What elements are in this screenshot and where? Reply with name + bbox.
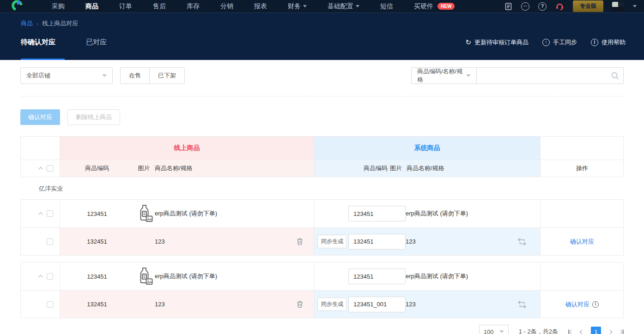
chevron-down-icon — [102, 74, 107, 77]
table-row-main: 123451 erp商品测试 (请勿下单) — [21, 200, 623, 227]
user-menu-chevron-icon[interactable] — [633, 5, 637, 7]
row-checkbox[interactable] — [47, 239, 53, 245]
select-all-checkbox[interactable] — [47, 165, 53, 172]
collapse-chevron-icon[interactable] — [38, 212, 43, 216]
swap-icon[interactable] — [499, 228, 541, 255]
table-row-sub: 132451 123 同步生成 123 — [21, 290, 623, 318]
sync-generate-button[interactable]: 同步生成 — [317, 298, 347, 311]
row-checkbox[interactable] — [47, 210, 53, 217]
active-tab-underline — [21, 59, 65, 60]
update-pending-orders-button[interactable]: ↻ 更新待审核订单商品 — [465, 38, 529, 47]
shop-group-label: 亿沣实业 — [39, 185, 624, 193]
pagination-summary: 1 - 2条，共2条 — [519, 328, 558, 334]
search-box — [477, 67, 624, 84]
nav-item-orders[interactable]: 订单 — [119, 2, 132, 11]
avatar[interactable] — [612, 2, 624, 11]
new-badge: NEW — [437, 3, 455, 10]
page-size-select[interactable]: 100 — [479, 325, 509, 334]
manual-sync-button[interactable]: ↑ 手工同步 — [542, 38, 577, 47]
online-name: erp商品测试 (请勿下单) — [155, 262, 314, 290]
search-icon[interactable] — [611, 72, 619, 80]
breadcrumb-separator: › — [36, 20, 38, 27]
system-code-input[interactable] — [348, 234, 406, 250]
customer-service-icon[interactable] — [555, 2, 564, 10]
pagination: 100 1 - 2条，共2条 1 — [20, 325, 624, 334]
tab-matched[interactable]: 已对应 — [86, 38, 107, 47]
tabs-row: 待确认对应 已对应 ↻ 更新待审核订单商品 ↑ 手工同步 i 使用帮助 — [21, 38, 626, 47]
chevron-down-icon — [356, 5, 359, 7]
delete-trash-icon[interactable] — [296, 300, 306, 308]
main-content: 全部店铺 在售 已下架 商品编码/名称/规格 确认对应 删除线上商品 — [0, 67, 644, 334]
bulk-action-row: 确认对应 删除线上商品 — [20, 109, 624, 125]
delete-trash-icon[interactable] — [296, 238, 306, 245]
online-name: erp商品测试 (请勿下单) — [155, 200, 314, 227]
online-name-header: 商品名称/规格 — [155, 160, 314, 177]
online-image-header: 图片 — [134, 160, 155, 177]
chat-icon[interactable]: ·· — [521, 2, 529, 11]
divider — [20, 96, 624, 96]
swap-icon[interactable] — [499, 291, 541, 318]
nav-item-settings[interactable]: 基础配置 — [328, 2, 359, 11]
nav-item-products[interactable]: 商品 — [85, 2, 98, 11]
table-row-sub: 132451 123 同步生成 123 — [21, 227, 623, 255]
off-shelf-button[interactable]: 已下架 — [150, 67, 185, 84]
action-header: 操作 — [541, 160, 624, 177]
current-page-button[interactable]: 1 — [591, 327, 601, 334]
nav-item-finance[interactable]: 财务 — [288, 2, 307, 11]
system-product-header: 系统商品 — [314, 137, 541, 160]
pagination-controls: 1 — [568, 327, 624, 334]
usage-help-button[interactable]: i 使用帮助 — [591, 38, 626, 47]
last-page-button[interactable] — [619, 329, 624, 334]
system-code-input[interactable] — [348, 206, 406, 221]
document-icon[interactable] — [504, 2, 512, 11]
product-image-icon — [134, 262, 155, 290]
system-code-input[interactable] — [348, 268, 406, 284]
chevron-down-icon — [303, 5, 307, 7]
collapse-chevron-icon[interactable] — [38, 274, 43, 279]
system-code-input[interactable] — [348, 297, 406, 312]
collapse-chevron-icon[interactable] — [38, 167, 43, 171]
on-sale-button[interactable]: 在售 — [120, 67, 150, 84]
filter-row: 全部店铺 在售 已下架 商品编码/名称/规格 — [20, 67, 624, 84]
nav-item-reports[interactable]: 报表 — [254, 2, 267, 11]
prev-page-button[interactable] — [580, 330, 583, 334]
system-name: 123 — [406, 291, 499, 318]
info-icon[interactable]: i — [592, 301, 599, 308]
online-name: 123 — [155, 291, 314, 318]
navbar-right: ·· ? 专业版 — [504, 0, 637, 12]
breadcrumb-current: 线上商品对应 — [42, 19, 78, 28]
breadcrumb-section[interactable]: 商品 — [21, 19, 33, 28]
online-code: 132451 — [60, 291, 134, 318]
confirm-match-link[interactable]: 确认对应 — [570, 238, 594, 246]
pro-edition-button[interactable]: 专业版 — [573, 0, 603, 12]
row-checkbox[interactable] — [47, 301, 53, 308]
search-type-select[interactable]: 商品编码/名称/规格 — [411, 67, 477, 84]
system-name-header: 图片 商品名称/规格 — [406, 160, 499, 177]
row-checkbox[interactable] — [47, 273, 53, 280]
header-actions: ↻ 更新待审核订单商品 ↑ 手工同步 i 使用帮助 — [465, 38, 626, 47]
top-navbar: 采购 商品 订单 售后 库存 分销 报表 财务 基础配置 短信 买硬件 NEW … — [0, 0, 644, 12]
first-page-button[interactable] — [568, 329, 573, 334]
help-question-icon[interactable]: ? — [538, 2, 547, 11]
online-code-header: 商品编码 — [60, 160, 134, 177]
page-header-band: 商品 › 线上商品对应 待确认对应 已对应 ↻ 更新待审核订单商品 ↑ 手工同步… — [0, 12, 644, 60]
confirm-match-button[interactable]: 确认对应 — [20, 109, 60, 125]
nav-item-distribution[interactable]: 分销 — [220, 2, 233, 11]
search-input[interactable] — [477, 67, 624, 84]
online-name: 123 — [155, 228, 314, 255]
confirm-match-link[interactable]: 确认对应 i — [565, 300, 599, 309]
table-row-main: 123451 erp商品测试 (请勿下单) — [21, 262, 623, 290]
nav-item-buy-hardware[interactable]: 买硬件 NEW — [414, 2, 455, 11]
match-table: 线上商品 系统商品 商品编码 图片 商品名称/规格 商品编码 图片 商品名称/规… — [20, 136, 624, 318]
nav-item-inventory[interactable]: 库存 — [187, 2, 200, 11]
tab-pending-match[interactable]: 待确认对应 — [21, 38, 55, 47]
nav-item-purchase[interactable]: 采购 — [52, 2, 65, 11]
nav-item-aftersale[interactable]: 售后 — [153, 2, 166, 11]
sync-generate-button[interactable]: 同步生成 — [317, 235, 347, 248]
nav-item-sms[interactable]: 短信 — [380, 2, 393, 11]
refresh-icon: ↻ — [465, 39, 471, 46]
next-page-button[interactable] — [608, 330, 612, 334]
match-block: 123451 erp商品测试 (请勿下单) — [20, 262, 624, 318]
delete-online-product-button[interactable]: 删除线上商品 — [67, 109, 120, 125]
shop-select[interactable]: 全部店铺 — [20, 67, 113, 84]
